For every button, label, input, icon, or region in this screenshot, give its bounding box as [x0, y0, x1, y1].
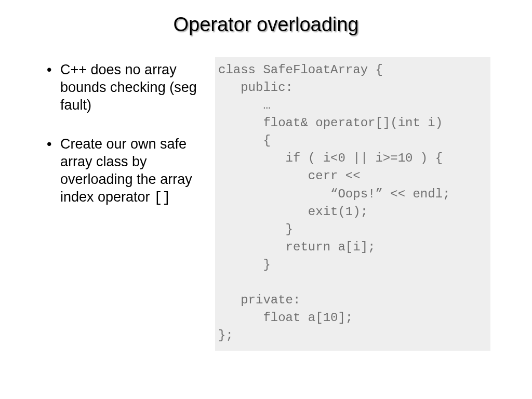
slide-title: Operator overloading: [0, 14, 532, 36]
bullet-text: Create our own safe array class by overl…: [60, 136, 192, 204]
code-block: class SafeFloatArray { public: … float& …: [215, 57, 490, 351]
bullet-mono-suffix: []: [154, 190, 170, 206]
bullet-text: C++ does no array bounds checking (seg f…: [60, 62, 197, 113]
bullet-list: C++ does no array bounds checking (seg f…: [47, 61, 203, 207]
bullet-item: Create our own safe array class by overl…: [47, 136, 203, 207]
slide: Operator overloading C++ does no array b…: [0, 0, 532, 399]
bullet-column: C++ does no array bounds checking (seg f…: [47, 61, 203, 228]
bullet-item: C++ does no array bounds checking (seg f…: [47, 61, 203, 115]
